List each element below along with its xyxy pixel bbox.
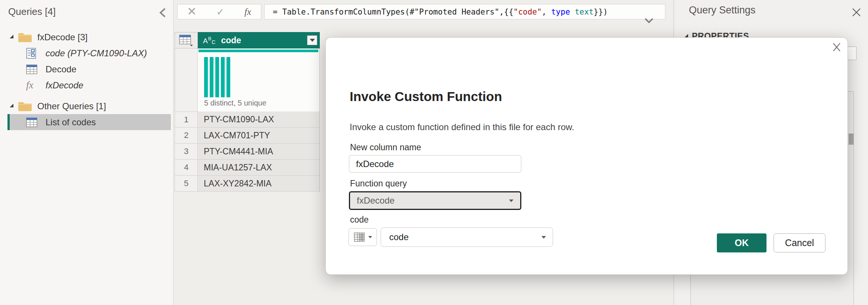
expand-twisty-icon[interactable] [10,104,13,107]
query-item-decode[interactable]: Decode [7,61,171,77]
formula-cancel-icon[interactable] [187,7,196,17]
column-picker-button[interactable] [349,228,377,246]
distribution-bar [204,57,208,97]
formula-segment-keyword: type [551,7,570,16]
collapse-pane-icon[interactable] [157,7,169,19]
column-name: code [221,35,241,45]
table-row: 3 PTY-CM4441-MIA [175,144,320,160]
query-item-fxdecode-function[interactable]: fx fxDecode [7,77,171,93]
code-column-select[interactable]: code [381,227,553,247]
new-column-name-label: New column name [350,142,421,152]
formula-segment-string: "code" [513,7,542,16]
row-number[interactable]: 3 [175,144,198,160]
folder-icon [18,32,32,43]
column-quality-bar [199,50,318,52]
function-query-label: Function query [350,179,407,189]
invoke-custom-function-dialog: Invoke Custom Function Invoke a custom f… [325,37,848,275]
text-type-icon: ABC [203,36,216,45]
folder-icon-slot [18,32,33,43]
formula-confirm-icon[interactable]: ✓ [216,7,225,17]
dialog-description: Invoke a custom function defined in this… [350,122,574,132]
cell-value[interactable]: LAX-XY2842-MIA [198,176,320,192]
formula-toolbar: ✓ fx [177,4,261,19]
row-number[interactable]: 1 [175,111,198,128]
query-item-label: Decode [46,64,77,75]
cell-value[interactable]: PTY-CM4441-MIA [198,144,320,160]
queries-pane-title: Queries [4] [8,6,56,18]
table-rows: 1 PTY-CM1090-LAX 2 LAX-CM701-PTY 3 PTY-C… [175,111,320,192]
query-item-code-parameter[interactable]: code (PTY-CM1090-LAX) [7,45,171,61]
formula-expand-icon[interactable] [615,8,655,36]
query-item-label: Other Queries [1] [37,101,106,111]
parameter-icon [26,48,36,59]
table-row: 2 LAX-CM701-PTY [175,128,320,144]
dialog-title: Invoke Custom Function [350,89,502,104]
formula-segment-type: text [575,7,594,16]
table-icon [26,117,37,127]
function-icon-slot: fx [26,80,41,90]
column-header-code[interactable]: ABC code [198,32,320,48]
distribution-bar [210,57,213,97]
dropdown-caret-icon [509,199,513,202]
query-settings-close-icon[interactable] [851,7,862,18]
cell-value[interactable]: PTY-CM1090-LAX [198,111,320,128]
parameter-icon-slot [26,48,41,59]
table-icon [179,34,194,46]
query-tree: fxDecode [3] code (PTY-CM1090-LAX) Decod… [0,29,174,130]
distribution-bar [215,57,219,97]
row-number[interactable]: 4 [175,160,198,176]
ok-button[interactable]: OK [717,233,766,252]
row-number[interactable]: 2 [175,128,198,144]
picker-caret-icon [368,236,372,238]
value-distribution-bars [204,57,230,97]
select-all-button[interactable] [175,32,198,48]
column-quality-row [198,48,320,53]
query-item-label: fxDecode [3] [37,32,88,43]
row-number[interactable]: 5 [175,176,198,192]
expand-twisty-icon[interactable] [10,35,13,38]
cell-value[interactable]: LAX-CM701-PTY [198,128,320,144]
code-parameter-label: code [350,215,369,225]
function-icon: fx [26,80,34,90]
formula-segment-plain: = Table.TransformColumnTypes(#"Promoted … [273,7,513,16]
formula-input[interactable]: = Table.TransformColumnTypes(#"Promoted … [264,4,665,19]
table-icon-slot [26,117,41,127]
cancel-button[interactable]: Cancel [774,233,825,252]
table-row: 1 PTY-CM1090-LAX [175,111,320,128]
table-row: 5 LAX-XY2842-MIA [175,176,320,192]
query-item-label: code (PTY-CM1090-LAX) [46,48,147,59]
function-query-select[interactable]: fxDecode [349,191,521,210]
filter-caret-icon [310,39,315,42]
query-item-label: fxDecode [46,80,83,91]
code-column-value: code [381,232,409,242]
new-column-name-input[interactable] [349,155,521,173]
folder-icon-slot [18,101,33,111]
power-query-editor: Queries [4] fxDecode [3] code (PTY-CM109… [0,0,868,305]
query-item-other-queries-folder[interactable]: Other Queries [1] [7,98,171,114]
row-gutter-top [175,48,198,111]
queries-pane: Queries [4] fxDecode [3] code (PTY-CM109… [0,0,174,305]
cell-value[interactable]: MIA-UA1257-LAX [198,160,320,176]
function-query-value: fxDecode [350,195,394,206]
dialog-close-icon[interactable] [830,41,843,53]
column-profile: 5 distinct, 5 unique [198,53,320,111]
distribution-bar [221,57,225,97]
formula-fx-icon[interactable]: fx [244,7,251,16]
formula-segment-plain [570,7,575,16]
dropdown-caret-icon [541,236,546,239]
applied-steps-scrollbar[interactable] [849,133,854,145]
table-icon-slot [26,65,41,74]
distribution-bar [227,57,230,97]
formula-segment-plain: , [542,7,551,16]
query-item-list-of-codes[interactable]: List of codes [7,114,171,130]
formula-text: = Table.TransformColumnTypes(#"Promoted … [273,7,608,16]
table-icon [26,65,37,74]
folder-icon [18,101,32,111]
query-settings-title: Query Settings [689,4,756,16]
column-filter-button[interactable] [307,35,317,45]
table-row: 4 MIA-UA1257-LAX [175,160,320,176]
table-icon [354,232,365,242]
queries-pane-header: Queries [4] [0,0,173,23]
profile-caption: 5 distinct, 5 unique [204,99,266,107]
query-item-fxdecode-folder[interactable]: fxDecode [3] [7,29,171,45]
